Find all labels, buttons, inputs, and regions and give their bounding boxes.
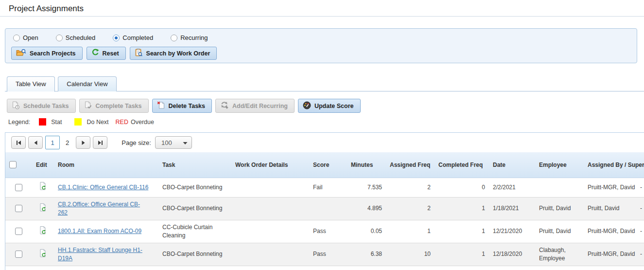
col-score: Score bbox=[309, 152, 347, 178]
table-row: HH.1.Fastrack: Staff Lounge H1- D19ACBO-… bbox=[5, 243, 644, 266]
edit-row-icon[interactable] bbox=[39, 226, 47, 237]
schedule-tasks-label: Schedule Tasks bbox=[23, 103, 69, 109]
schedule-tasks-button: Schedule Tasks bbox=[7, 99, 76, 113]
view-tabstrip: Table View Calendar View bbox=[5, 76, 644, 91]
next-page-button[interactable] bbox=[76, 136, 90, 149]
page-2-link[interactable]: 2 bbox=[64, 139, 71, 146]
tab-table-view[interactable]: Table View bbox=[7, 76, 55, 92]
completed-freq-cell: 1 bbox=[435, 243, 489, 266]
col-task: Task bbox=[158, 152, 231, 178]
do-next-label: Do Next bbox=[87, 119, 108, 126]
task-cell: CC-Cubicle Curtain Cleaning bbox=[158, 220, 231, 243]
col-assigned-by-supervisor: Assigned By / Supervisor bbox=[584, 152, 636, 178]
page-size-value: 100 bbox=[161, 139, 172, 146]
radio-open-label: Open bbox=[23, 34, 38, 41]
completed-freq-cell: 1 bbox=[435, 197, 489, 220]
radio-open-circle[interactable] bbox=[13, 35, 20, 41]
room-link[interactable]: CB.2.Office: Office General CB- 262 bbox=[58, 201, 140, 216]
folder-search-icon bbox=[16, 49, 26, 58]
delete-tasks-button[interactable]: Delete Tasks bbox=[152, 99, 212, 113]
stat-label: Stat bbox=[51, 119, 62, 126]
date-cell: 1/18/2021 bbox=[489, 197, 535, 220]
radio-open[interactable]: Open bbox=[13, 34, 38, 41]
row-checkbox[interactable] bbox=[15, 205, 22, 212]
assigned-by-cell: Pruitt-MGR, David bbox=[584, 243, 636, 266]
radio-completed[interactable]: Completed bbox=[113, 34, 153, 41]
edit-row-icon[interactable] bbox=[39, 249, 47, 260]
col-minutes: Minutes bbox=[347, 152, 386, 178]
prev-page-button[interactable] bbox=[28, 136, 43, 149]
update-score-button[interactable]: Update Score bbox=[298, 99, 361, 113]
edit-row-icon[interactable] bbox=[39, 203, 47, 215]
assignments-grid: 1 2 Page size: 100 Edit Room Task Work O… bbox=[5, 132, 644, 270]
room-link[interactable]: HH.1.Fastrack: Staff Lounge H1- D19A bbox=[58, 247, 142, 262]
date-cell: 12/21/2020 bbox=[489, 220, 535, 243]
title-divider bbox=[0, 16, 644, 17]
search-projects-label: Search Projects bbox=[30, 50, 76, 57]
row-checkbox[interactable] bbox=[15, 251, 22, 258]
first-page-button[interactable] bbox=[11, 136, 26, 149]
clipboard-search-icon bbox=[135, 48, 143, 58]
room-link[interactable]: 1800.1.All: Exam Room ACO-09 bbox=[58, 228, 141, 234]
radio-recurring-label: Recurring bbox=[180, 34, 208, 41]
reset-button[interactable]: Reset bbox=[87, 47, 126, 60]
col-date: Date bbox=[489, 152, 535, 178]
page-title: Project Assignments bbox=[9, 4, 84, 14]
legend: Legend: Stat Do Next RED Overdue bbox=[8, 118, 154, 126]
col-room: Room bbox=[54, 152, 158, 178]
search-projects-button[interactable]: Search Projects bbox=[11, 47, 83, 60]
cell bbox=[32, 243, 54, 266]
radio-scheduled-circle[interactable] bbox=[56, 35, 63, 41]
row-checkbox[interactable] bbox=[15, 184, 22, 191]
search-by-work-order-button[interactable]: Search by Work Order bbox=[130, 47, 217, 60]
filter-panel: Open Scheduled Completed Recurring Searc… bbox=[5, 28, 637, 63]
pager: 1 2 Page size: 100 bbox=[5, 133, 644, 152]
cell bbox=[5, 178, 32, 197]
employee-cell: Pruitt, David bbox=[535, 220, 584, 243]
row-checkbox[interactable] bbox=[15, 228, 22, 235]
stat-color-swatch bbox=[39, 118, 46, 126]
assigned-by-cell: Pruitt-MGR, David bbox=[584, 220, 636, 243]
table-header-row: Edit Room Task Work Order Details Score … bbox=[5, 152, 644, 178]
radio-recurring-circle[interactable] bbox=[171, 35, 177, 41]
employee-cell: Clabaugh, Employee bbox=[535, 243, 584, 266]
cell bbox=[32, 220, 54, 243]
overflow-cell: - bbox=[636, 178, 644, 197]
select-all-checkbox[interactable] bbox=[9, 161, 17, 168]
edit-row-icon[interactable] bbox=[39, 181, 47, 193]
delete-tasks-label: Delete Tasks bbox=[169, 103, 206, 109]
work-order-details-cell bbox=[231, 220, 309, 243]
radio-scheduled[interactable]: Scheduled bbox=[56, 34, 95, 41]
table-row: CB.1.Clinic: Office General CB-116CBO-Ca… bbox=[5, 178, 644, 197]
do-next-color-swatch bbox=[74, 118, 82, 126]
col-completed-freq: Completed Freq bbox=[435, 152, 489, 178]
complete-tasks-label: Complete Tasks bbox=[96, 103, 142, 109]
current-page[interactable]: 1 bbox=[45, 136, 60, 149]
cell bbox=[5, 243, 32, 266]
table-row: 1800.1.All: Exam Room ACO-09CC-Cubicle C… bbox=[5, 220, 644, 243]
cell bbox=[5, 197, 32, 220]
reset-label: Reset bbox=[103, 50, 119, 57]
work-order-details-cell bbox=[231, 197, 309, 220]
gauge-icon bbox=[303, 101, 311, 111]
task-cell: CBO-Carpet Bonneting bbox=[158, 243, 231, 266]
completed-freq-cell: 1 bbox=[435, 220, 489, 243]
cell bbox=[32, 197, 54, 220]
last-page-button[interactable] bbox=[93, 136, 107, 149]
task-cell: CBO-Carpet Bonneting bbox=[158, 197, 231, 220]
page-size-dropdown[interactable]: 100 bbox=[155, 136, 192, 149]
assigned-freq-cell: 2 bbox=[386, 197, 435, 220]
radio-recurring[interactable]: Recurring bbox=[171, 34, 208, 41]
col-employee: Employee bbox=[535, 152, 584, 178]
room-link[interactable]: CB.1.Clinic: Office General CB-116 bbox=[58, 184, 148, 191]
grid-toolbar: Schedule Tasks Complete Tasks Delete Tas… bbox=[7, 99, 361, 113]
overdue-label: Overdue bbox=[131, 119, 154, 126]
radio-completed-circle[interactable] bbox=[113, 35, 120, 41]
radio-completed-label: Completed bbox=[122, 34, 153, 41]
minutes-cell: 0.05 bbox=[347, 220, 386, 243]
overflow-cell: - bbox=[636, 243, 644, 266]
update-score-label: Update Score bbox=[314, 103, 354, 109]
overflow-cell: - bbox=[636, 197, 644, 220]
assigned-by-cell: Pruitt, David bbox=[584, 197, 636, 220]
tab-calendar-view[interactable]: Calendar View bbox=[58, 76, 116, 91]
